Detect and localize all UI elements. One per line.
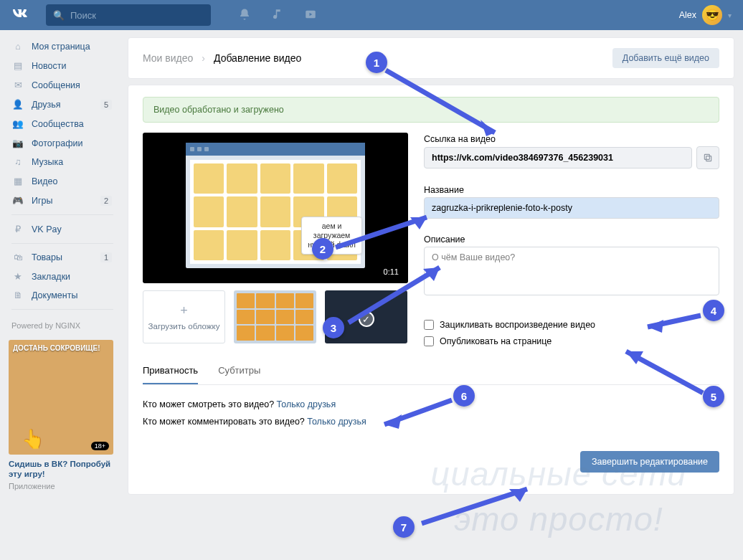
link-label: Ссылка на видео — [424, 134, 719, 144]
market-icon: 🛍 — [11, 252, 24, 262]
games-icon: 🎮 — [11, 195, 24, 206]
search-box[interactable]: 🔍 — [46, 4, 211, 26]
title-input[interactable] — [424, 197, 719, 219]
video-icon: ▦ — [11, 176, 24, 186]
finish-button[interactable]: Завершить редактирование — [580, 451, 719, 473]
sidebar-item-friends[interactable]: 👤Друзья5 — [6, 95, 119, 114]
annotation-bubble-3: 3 — [323, 317, 344, 338]
video-preview[interactable]: ▶ аем изагружаемнужный файл 0:11 — [143, 133, 408, 283]
topbar: 🔍 Alex 😎 ▾ — [0, 0, 743, 30]
sidebar-item-news[interactable]: ▤Новости — [6, 56, 119, 75]
annotation-bubble-1: 1 — [366, 52, 387, 73]
status-bar: Видео обработано и загружено — [143, 97, 719, 123]
video-link[interactable]: https://vk.com/video384697376_456239031 — [424, 147, 692, 169]
sidebar-item-groups[interactable]: 👥Сообщества — [6, 114, 119, 133]
video-duration: 0:11 — [380, 266, 402, 277]
thumbnail-row: + Загрузить обложку ✓ — [143, 290, 408, 343]
promo-type: Приложение — [9, 482, 113, 490]
check-icon: ✓ — [359, 311, 374, 327]
sidebar-item-games[interactable]: 🎮Игры2 — [6, 191, 119, 210]
breadcrumb: Мои видео › Добавление видео — [143, 52, 301, 64]
pay-icon: ₽ — [11, 224, 24, 234]
sidebar-item-profile[interactable]: ⌂Моя страница — [6, 37, 119, 56]
crumb-current: Добавление видео — [214, 52, 301, 64]
upload-cover-button[interactable]: + Загрузить обложку — [143, 290, 225, 343]
music-icon: ♫ — [11, 157, 24, 167]
add-more-video-button[interactable]: Добавить ещё видео — [612, 48, 719, 68]
publish-checkbox[interactable]: Опубликовать на странице — [424, 336, 719, 346]
page-header: Мои видео › Добавление видео Добавить ещ… — [128, 37, 734, 79]
sidebar: ⌂Моя страница ▤Новости ✉Сообщения 👤Друзь… — [6, 37, 119, 495]
thumbnail-option[interactable] — [234, 290, 316, 343]
annotation-bubble-7: 7 — [393, 516, 415, 538]
avatar: 😎 — [702, 5, 722, 25]
desc-label: Описание — [424, 234, 719, 245]
user-name: Alex — [679, 10, 696, 20]
desc-input[interactable] — [424, 247, 719, 295]
privacy-view-link[interactable]: Только друзья — [277, 399, 336, 409]
annotation-bubble-5: 5 — [703, 386, 724, 407]
badge: 5 — [100, 100, 112, 110]
tab-subtitles[interactable]: Субтитры — [218, 365, 260, 384]
chevron-down-icon: ▾ — [728, 11, 732, 19]
hand-icon: 👆 — [22, 428, 44, 450]
badge: 2 — [100, 196, 112, 206]
sidebar-item-music[interactable]: ♫Музыка — [6, 153, 119, 171]
annotation-bubble-2: 2 — [312, 238, 333, 260]
copy-button[interactable] — [696, 146, 719, 169]
chevron-right-icon: › — [202, 52, 205, 64]
sidebar-item-photos[interactable]: 📷Фотографии — [6, 133, 119, 153]
tab-privacy[interactable]: Приватность — [143, 365, 198, 384]
sidebar-item-market[interactable]: 🛍Товары1 — [6, 248, 119, 267]
svg-rect-1 — [706, 156, 711, 161]
user-menu[interactable]: Alex 😎 ▾ — [679, 5, 732, 25]
age-badge: 18+ — [91, 442, 109, 450]
music-icon[interactable] — [271, 8, 284, 23]
news-icon: ▤ — [11, 60, 24, 71]
loop-checkbox[interactable]: Зацикливать воспроизведение видео — [424, 320, 719, 330]
tabs: Приватность Субтитры — [143, 365, 719, 385]
svg-rect-2 — [704, 154, 709, 159]
privacy-comment-link[interactable]: Только друзья — [307, 417, 366, 427]
messages-icon: ✉ — [11, 80, 24, 90]
annotation-bubble-6: 6 — [453, 385, 475, 407]
copy-icon — [703, 153, 713, 163]
content-box: Видео обработано и загружено ▶ аем изагр… — [128, 85, 734, 495]
sidebar-item-messages[interactable]: ✉Сообщения — [6, 75, 119, 95]
docs-icon: 🗎 — [11, 290, 24, 300]
annotation-bubble-4: 4 — [703, 300, 724, 321]
photos-icon: 📷 — [11, 138, 24, 148]
sidebar-item-docs[interactable]: 🗎Документы — [6, 286, 119, 305]
search-input[interactable] — [70, 10, 204, 21]
notifications-icon[interactable] — [238, 8, 251, 23]
home-icon: ⌂ — [11, 42, 24, 52]
powered-by: Powered by NGINX — [6, 314, 119, 337]
video-icon[interactable] — [304, 8, 317, 23]
privacy-block: Кто может смотреть это видео? Только дру… — [143, 397, 719, 431]
badge: 1 — [100, 252, 112, 262]
promo-block[interactable]: ДОСТАНЬ СОКРОВИЩЕ! 👆 18+ Сидишь в ВК? По… — [9, 340, 113, 490]
promo-caption: Сидишь в ВК? Попробуй эту игру! — [9, 459, 113, 480]
plus-icon: + — [180, 303, 188, 318]
sidebar-item-bookmarks[interactable]: ★Закладки — [6, 267, 119, 286]
promo-title: ДОСТАНЬ СОКРОВИЩЕ! — [13, 344, 109, 352]
search-icon: 🔍 — [53, 10, 65, 21]
sidebar-item-video[interactable]: ▦Видео — [6, 171, 119, 191]
sidebar-item-vkpay[interactable]: ₽VK Pay — [6, 219, 119, 239]
crumb-parent[interactable]: Мои видео — [143, 52, 193, 64]
vk-logo[interactable] — [11, 5, 32, 26]
friends-icon: 👤 — [11, 99, 24, 110]
star-icon: ★ — [11, 271, 24, 282]
groups-icon: 👥 — [11, 118, 24, 129]
title-label: Название — [424, 185, 719, 195]
